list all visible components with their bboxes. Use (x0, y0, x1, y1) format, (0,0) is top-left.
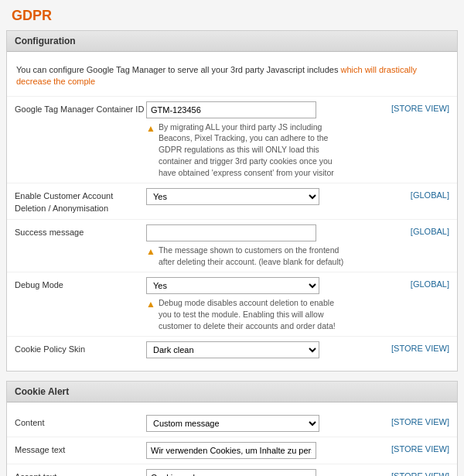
input-gtm-container-id[interactable] (146, 101, 316, 118)
scope-success-message[interactable]: [GLOBAL] (411, 224, 449, 236)
label-gtm: Google Tag Manager Container ID (15, 101, 146, 115)
form-row-deletion: Enable Customer Account Deletion / Anony… (7, 183, 457, 219)
input-message-text[interactable] (146, 442, 316, 459)
control-wrap-success-message: ▲ The message shown to customers on the … (146, 224, 404, 267)
input-success-message[interactable] (146, 224, 316, 241)
hint-icon-debug: ▲ (146, 298, 155, 311)
select-cookie-policy-skin[interactable]: Dark clean Light Custom (146, 341, 319, 358)
scope-message-text[interactable]: [STORE VIEW] (391, 442, 449, 454)
cookie-alert-section-header: Cookie Alert (7, 382, 457, 402)
scope-accept-text[interactable]: [STORE VIEW] (391, 469, 449, 476)
select-content[interactable]: Custom message Default (146, 415, 319, 432)
control-wrap-content: Custom message Default (146, 415, 385, 432)
intro-text: You can configure Google Tag Manager to … (7, 60, 457, 96)
hint-text-success: The message shown to customers on the fr… (159, 245, 347, 267)
form-row-content: Content Custom message Default [STORE VI… (7, 410, 457, 437)
label-content: Content (15, 415, 146, 429)
hint-icon-gtm: ▲ (146, 122, 155, 135)
form-row-accept-text: Accept text [STORE VIEW] (7, 464, 457, 476)
label-deletion: Enable Customer Account Deletion / Anony… (15, 188, 146, 214)
form-row-message-text: Message text [STORE VIEW] (7, 437, 457, 464)
cookie-alert-section-content: Content Custom message Default [STORE VI… (7, 402, 457, 476)
configuration-section: Configuration You can configure Google T… (6, 30, 458, 372)
label-success-message: Success message (15, 224, 146, 238)
scope-deletion[interactable]: [GLOBAL] (411, 188, 449, 200)
page-title: GDPR (0, 0, 464, 30)
label-debug: Debug Mode (15, 277, 146, 291)
scope-debug[interactable]: [GLOBAL] (411, 277, 449, 289)
configuration-section-header: Configuration (7, 31, 457, 52)
label-message-text: Message text (15, 442, 146, 456)
form-row-gtm: Google Tag Manager Container ID ▲ By mig… (7, 96, 457, 183)
control-wrap-message-text (146, 442, 385, 459)
hint-icon-success: ▲ (146, 245, 155, 259)
scope-content[interactable]: [STORE VIEW] (391, 415, 449, 426)
intro-highlight: which will drastically decrease the comp… (16, 65, 417, 86)
cookie-alert-section: Cookie Alert Content Custom message Defa… (6, 381, 458, 476)
hint-gtm: ▲ By migrating ALL your third party JS i… (146, 122, 347, 178)
control-wrap-deletion: Yes No (146, 188, 404, 205)
select-debug-mode[interactable]: Yes No (146, 277, 319, 294)
control-wrap-debug: Yes No ▲ Debug mode disables account del… (146, 277, 404, 331)
form-row-skin: Cookie Policy Skin Dark clean Light Cust… (7, 336, 457, 363)
control-wrap-gtm: ▲ By migrating ALL your third party JS i… (146, 101, 385, 178)
label-accept-text: Accept text (15, 469, 146, 476)
hint-debug: ▲ Debug mode disables account deletion t… (146, 297, 347, 331)
label-skin: Cookie Policy Skin (15, 341, 146, 355)
scope-skin[interactable]: [STORE VIEW] (391, 341, 449, 353)
configuration-section-content: You can configure Google Tag Manager to … (7, 52, 457, 371)
control-wrap-accept-text (146, 469, 385, 476)
control-wrap-skin: Dark clean Light Custom (146, 341, 385, 358)
hint-success-message: ▲ The message shown to customers on the … (146, 245, 347, 267)
hint-text-gtm: By migrating ALL your third party JS inc… (159, 122, 347, 178)
form-row-debug: Debug Mode Yes No ▲ Debug mode disables … (7, 272, 457, 336)
scope-gtm[interactable]: [STORE VIEW] (391, 101, 449, 113)
select-enable-deletion[interactable]: Yes No (146, 188, 319, 205)
input-accept-text[interactable] (146, 469, 316, 476)
hint-text-debug: Debug mode disables account deletion to … (159, 297, 347, 331)
form-row-success-message: Success message ▲ The message shown to c… (7, 219, 457, 272)
